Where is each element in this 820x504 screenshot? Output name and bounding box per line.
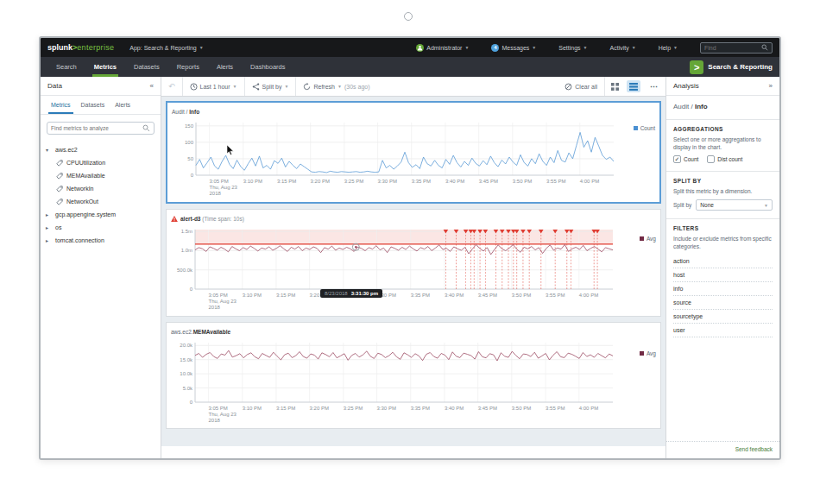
svg-text:0: 0 (190, 400, 193, 405)
clear-all-icon (565, 83, 572, 91)
split-by-button[interactable]: Split by▼ (245, 77, 296, 96)
filter-source[interactable]: source (673, 296, 773, 310)
clear-all-button[interactable]: Clear all (558, 77, 604, 96)
messages-menu[interactable]: 4 Messages▼ (491, 44, 536, 52)
chevron-down-icon: ▼ (199, 45, 204, 50)
help-menu[interactable]: Help▼ (659, 45, 678, 51)
clock-icon (190, 83, 198, 91)
svg-text:3:30 PM: 3:30 PM (377, 406, 396, 411)
svg-text:Thu, Aug 23: Thu, Aug 23 (208, 299, 237, 304)
svg-text:3:50 PM: 3:50 PM (512, 406, 531, 411)
chart-card-memavailable[interactable]: aws.ec2.MEMAvailable 05.0k10.0k15.0k20.0… (166, 322, 661, 429)
chart-legend: Count (634, 125, 655, 131)
svg-text:3:35 PM: 3:35 PM (412, 179, 431, 184)
svg-text:20.0k: 20.0k (180, 343, 193, 348)
analysis-title: Analysis (673, 82, 699, 90)
app-menu[interactable]: App: Search & Reporting▼ (129, 45, 203, 51)
audit-info-chart[interactable]: 0501001503:05 PMThu, Aug 2320183:10 PM3:… (172, 117, 652, 199)
tab-datasets[interactable]: Datasets (125, 57, 168, 77)
chart-title: aws.ec2.MEMAvailable (171, 326, 656, 337)
undo-button[interactable]: ↶ (161, 77, 182, 96)
chart-title: alert-d3 (Time span: 10s) (171, 213, 656, 224)
grid-view-button[interactable] (608, 80, 621, 92)
metrics-search-input[interactable] (51, 125, 142, 131)
svg-text:2018: 2018 (209, 191, 221, 196)
analysis-panel: Analysis » Audit / Info AGGREGATIONS Sel… (665, 77, 779, 458)
filter-action[interactable]: action (673, 255, 773, 268)
tree-group-aws-ec2[interactable]: ▾ aws.ec2 (46, 143, 155, 156)
svg-text:3:45 PM: 3:45 PM (478, 406, 497, 411)
account-menu[interactable]: Administrator▼ (416, 44, 469, 52)
find-input[interactable] (704, 45, 761, 51)
split-by-heading: SPLIT BY (673, 178, 773, 184)
chevron-down-icon: ▼ (532, 45, 536, 50)
time-range-picker[interactable]: Last 1 hour▼ (183, 77, 244, 96)
sidebar-tab-alerts[interactable]: Alerts (110, 96, 136, 114)
split-by-label: Split by (673, 202, 691, 208)
tree-metric-cpuutilization[interactable]: CPUUtilization (46, 156, 155, 169)
svg-text:100: 100 (185, 140, 194, 145)
filter-user[interactable]: user (673, 324, 773, 337)
filter-sourcetype[interactable]: sourcetype (673, 310, 773, 324)
send-feedback-link[interactable]: Send feedback (735, 446, 773, 452)
tab-metrics[interactable]: Metrics (85, 57, 125, 77)
splunk-logo[interactable]: splunk>enterprise (47, 43, 114, 52)
caret-right-icon: ▸ (46, 237, 52, 243)
split-by-select[interactable]: None ▼ (696, 199, 773, 211)
splunk-window: splunk>enterprise App: Search & Reportin… (39, 36, 781, 460)
tab-alerts[interactable]: Alerts (208, 57, 242, 77)
refresh-button[interactable]: Refresh▼ (30s ago) (296, 77, 376, 96)
mouse-cursor (226, 144, 235, 160)
laptop-camera-dot (404, 12, 413, 21)
tab-dashboards[interactable]: Dashboards (242, 57, 293, 77)
checkbox-checked-icon: ✓ (673, 155, 681, 163)
settings-menu[interactable]: Settings▼ (558, 45, 587, 51)
analysis-context: Audit / Info (666, 96, 779, 120)
chevron-down-icon: ▼ (764, 203, 768, 208)
memavailable-chart[interactable]: 05.0k10.0k15.0k20.0k3:05 PMThu, Aug 2320… (171, 337, 651, 426)
filters-description: Include or exclude metrics from specific… (673, 235, 773, 250)
alert-triangle-icon (171, 216, 178, 222)
filter-info[interactable]: info (673, 282, 773, 296)
svg-text:3:20 PM: 3:20 PM (310, 406, 329, 411)
svg-text:Thu, Aug 23: Thu, Aug 23 (209, 185, 237, 190)
tree-group-gcp[interactable]: ▸ gcp.appengine.system (46, 208, 155, 221)
metrics-search[interactable] (47, 122, 155, 135)
activity-menu[interactable]: Activity▼ (610, 45, 636, 51)
list-view-button[interactable] (627, 80, 640, 92)
app-logo-icon: > (690, 60, 703, 74)
tree-group-os[interactable]: ▸ os (46, 221, 155, 234)
sidebar-tab-metrics[interactable]: Metrics (46, 96, 76, 114)
chevron-down-icon: ▼ (285, 84, 289, 89)
chart-tooltip: 8/23/2018 3:31:30 pm (320, 289, 382, 298)
legend-swatch (640, 351, 644, 356)
svg-text:3:30 PM: 3:30 PM (378, 179, 397, 184)
tab-reports[interactable]: Reports (168, 57, 208, 77)
svg-text:Thu, Aug 23: Thu, Aug 23 (208, 412, 237, 417)
tab-search[interactable]: Search (47, 57, 85, 77)
filters-heading: FILTERS (673, 225, 773, 231)
svg-text:5.0k: 5.0k (183, 386, 193, 391)
metrics-tree: ▾ aws.ec2 CPUUtilization MEMAvailable Ne… (41, 142, 161, 249)
sidebar-tab-datasets[interactable]: Datasets (76, 96, 110, 114)
tree-group-tomcat[interactable]: ▸ tomcat.connection (46, 234, 155, 247)
tree-metric-networkin[interactable]: NetworkIn (46, 182, 155, 195)
metric-tag-icon (56, 198, 63, 205)
checkbox-dist-count[interactable]: Dist count (707, 155, 742, 163)
tree-metric-memavailable[interactable]: MEMAvailable (46, 169, 155, 182)
chevron-down-icon: ▼ (337, 84, 342, 89)
filter-host[interactable]: host (673, 268, 773, 282)
caret-down-icon: ▾ (46, 147, 52, 153)
split-icon (252, 83, 260, 91)
caret-right-icon: ▸ (46, 211, 52, 217)
alert-d3-chart[interactable]: 0500.0k1.0m1.5m3:05 PMThu, Aug 2320183:1… (171, 224, 651, 313)
checkbox-count[interactable]: ✓ Count (673, 155, 698, 163)
collapse-right-icon[interactable]: » (769, 82, 773, 90)
chart-card-audit-info[interactable]: Audit / Info 0501001503:05 PMThu, Aug 23… (166, 101, 661, 204)
find-search[interactable] (700, 42, 773, 54)
tree-metric-networkout[interactable]: NetworkOut (46, 195, 155, 208)
chart-card-alert-d3[interactable]: alert-d3 (Time span: 10s) 0500.0k1.0m1.5… (166, 209, 661, 317)
collapse-left-icon[interactable]: « (150, 82, 154, 90)
chevron-down-icon: ▼ (233, 84, 237, 89)
more-options-button[interactable]: ⋯ (643, 82, 665, 91)
